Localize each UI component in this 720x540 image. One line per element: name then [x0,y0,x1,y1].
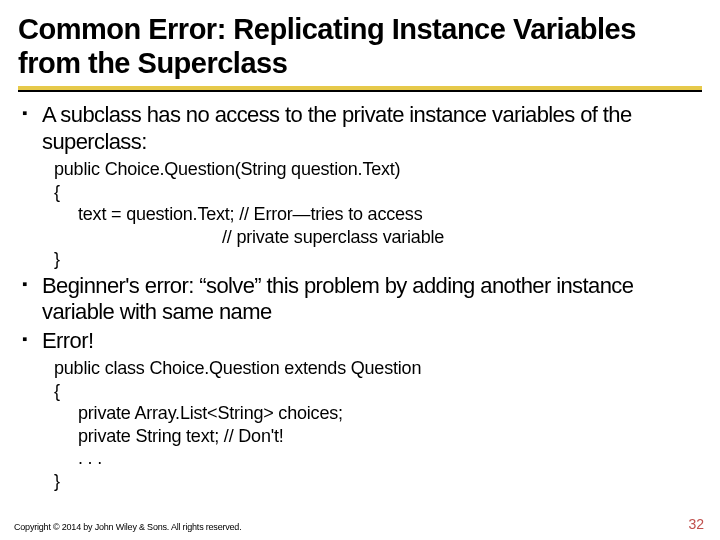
code-line: } [54,249,60,269]
bullet-list: A subclass has no access to the private … [18,102,702,156]
code-line: } [54,471,60,491]
code-line: private String text; // Don't! [54,425,702,448]
slide-title: Common Error: Replicating Instance Varia… [18,12,702,80]
bullet-item: A subclass has no access to the private … [18,102,702,156]
copyright-footer: Copyright © 2014 by John Wiley & Sons. A… [14,522,241,532]
slide: Common Error: Replicating Instance Varia… [0,0,720,540]
bullet-item: Error! [18,328,702,355]
code-line: { [54,381,60,401]
code-line: . . . [54,447,702,470]
code-line: // private superclass variable [54,226,702,249]
code-line: public class Choice.Question extends Que… [54,358,421,378]
slide-body: A subclass has no access to the private … [18,102,702,492]
code-block-1: public Choice.Question(String question.T… [18,158,702,271]
code-block-2: public class Choice.Question extends Que… [18,357,702,492]
title-divider [18,86,702,92]
bullet-list: Beginner's error: “solve” this problem b… [18,273,702,355]
code-line: public Choice.Question(String question.T… [54,159,400,179]
code-line: text = question.Text; // Error—tries to … [54,203,702,226]
bullet-item: Beginner's error: “solve” this problem b… [18,273,702,327]
code-line: { [54,182,60,202]
code-line: private Array.List<String> choices; [54,402,702,425]
page-number: 32 [688,516,704,532]
